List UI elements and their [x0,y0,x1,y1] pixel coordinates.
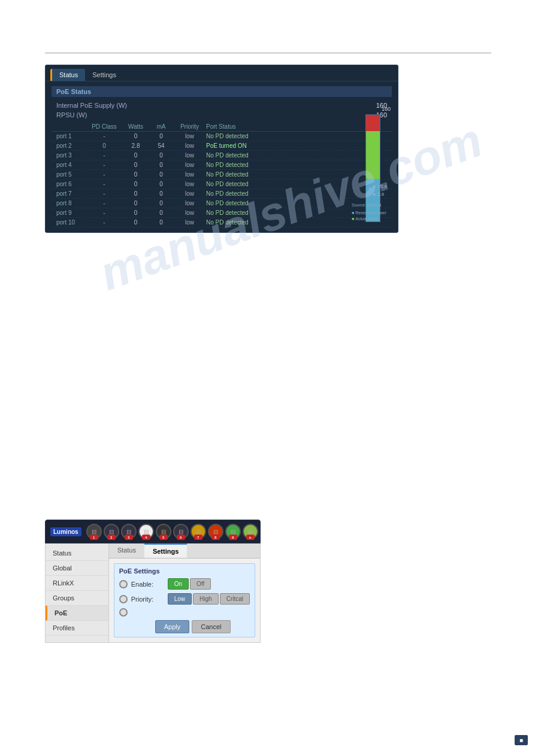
header-priority: Priority [173,123,206,130]
sidebar-item-groups[interactable]: Groups [46,591,108,606]
enable-radio[interactable] [119,580,128,588]
chart-max-label: 160 [382,106,391,112]
rpsu-label: RPSU (W) [56,111,351,119]
header-pdclass: PD Class [86,123,122,130]
cell-ma: 0 [149,171,173,178]
enable-row: Enable: On Off [119,578,250,590]
cell-watts: 0 [122,152,149,159]
port-icon-6[interactable]: ⊟ 6 [173,524,189,539]
actual-arrow: ◄ 2.8 [371,192,384,197]
cell-watts: 0 [122,190,149,197]
port-number-badge: 9 [229,535,237,540]
port-number-badge: 1 [90,535,98,540]
header-port [56,123,86,130]
priority-radio[interactable] [119,595,128,603]
empty-radio[interactable] [119,608,128,617]
port-number-badge: 6 [177,535,185,540]
cell-ma: 0 [149,190,173,197]
panel1-body: PoE Status Internal PoE Supply (W) 160 R… [46,81,398,232]
empty-radio-row [119,608,250,617]
cell-port: port 6 [56,181,86,187]
port-number-badge: 2 [107,535,116,540]
port-icon-5[interactable]: ⊟ 5 [156,524,171,539]
tab2-status[interactable]: Status [109,544,144,558]
panel2-tab-bar: Status Settings [109,544,260,558]
port-icon-3[interactable]: ⊟ 3 [121,524,137,539]
table-row: port 1 - 0 0 low No PD detected [52,132,392,141]
tab-settings[interactable]: Settings [85,69,123,81]
cell-pdclass: - [86,181,122,187]
cell-watts: 0 [122,210,149,216]
port-number-badge: 4 [142,535,150,540]
brand-logo: Luminos [50,527,81,536]
cell-port: port 4 [56,162,86,168]
panel2-main-area: StatusGlobalRLinkXGroupsPoEProfiles Stat… [45,544,261,643]
cell-priority: low [173,162,206,168]
sidebar-nav: StatusGlobalRLinkXGroupsPoEProfiles [46,546,108,636]
cell-pdclass: - [86,162,122,168]
cell-watts: 2.8 [122,142,149,149]
panel2-sidebar: StatusGlobalRLinkXGroupsPoEProfiles [46,544,109,642]
cancel-button[interactable]: Cancel [192,620,230,633]
header-watts: Watts [122,123,149,130]
priority-row: Priority: Low High Critcal [119,593,250,605]
cell-ma: 0 [149,200,173,207]
port-icon-4[interactable]: ⊟ 4 [138,524,154,539]
header-ma: mA [149,123,173,130]
action-buttons: Apply Cancel [119,620,250,633]
cell-ma: 0 [149,210,173,216]
cell-ma: 0 [149,181,173,187]
btn-high[interactable]: High [193,593,219,605]
btn-on[interactable]: On [168,578,189,590]
btn-off[interactable]: Off [190,578,211,590]
port-icon-9[interactable]: ⊟ 9 [225,524,241,539]
legend-reserved: ■Reserved Power [352,211,386,215]
power-chart: 160 ◄ 15.4 ◄ 2.8 Source: Internal [355,114,391,234]
cell-pdclass: 0 [86,142,122,149]
btn-low[interactable]: Low [168,593,192,605]
cell-priority: low [173,200,206,207]
table-row: port 10 - 0 0 low No PD detected [52,218,392,227]
cell-watts: 0 [122,200,149,207]
page-indicator: ■ [515,735,528,745]
port-icons-container: ⊟ 1⊟ 2⊟ 3⊟ 4⊟ 5⊟ 6⊟ 7⊟ 8⊟ 9⊟ n [86,524,258,539]
port-number-badge: 5 [159,535,168,540]
port-icon-1[interactable]: ⊟ 1 [86,524,102,539]
port-icon-10[interactable]: ⊟ n [243,524,258,539]
sidebar-item-profiles[interactable]: Profiles [46,621,108,636]
table-row: port 3 - 0 0 low No PD detected [52,151,392,160]
cell-port: port 2 [56,142,86,149]
cell-pdclass: - [86,210,122,216]
cell-pdclass: - [86,219,122,226]
legend-actual: ■Actual Used [352,217,378,221]
cell-watts: 0 [122,133,149,139]
table-row: port 6 - 0 0 low No PD detected [52,180,392,189]
tab-status[interactable]: Status [50,69,85,81]
port-icon-7[interactable]: ⊟ 7 [191,524,206,539]
table-header: PD Class Watts mA Priority Port Status [52,122,392,132]
cell-priority: low [173,152,206,159]
cell-port: port 1 [56,133,86,139]
panel1-tab-bar: Status Settings [46,65,398,81]
port-number-badge: 8 [211,535,220,540]
sidebar-item-status[interactable]: Status [46,546,108,561]
cell-priority: low [173,142,206,149]
cell-priority: low [173,190,206,197]
poe-settings-panel: Luminos ⊟ 1⊟ 2⊟ 3⊟ 4⊟ 5⊟ 6⊟ 7⊟ 8⊟ 9⊟ n S… [45,520,261,643]
sidebar-item-global[interactable]: Global [46,561,108,576]
cell-pdclass: - [86,152,122,159]
port-icon-2[interactable]: ⊟ 2 [104,524,119,539]
poe-settings-title: PoE Settings [119,567,250,575]
apply-button[interactable]: Apply [155,620,190,633]
port-icon-8[interactable]: ⊟ 8 [208,524,223,539]
cell-port: port 3 [56,152,86,159]
port-number-badge: 7 [194,535,202,540]
btn-critical[interactable]: Critcal [220,593,250,605]
section-title: PoE Status [52,86,392,97]
cell-watts: 0 [122,162,149,168]
tab2-settings[interactable]: Settings [144,544,187,558]
cell-watts: 0 [122,219,149,226]
sidebar-item-rlinkx[interactable]: RLinkX [46,576,108,591]
sidebar-item-poe[interactable]: PoE [46,606,108,621]
source-label: Source: Internal [352,203,381,207]
